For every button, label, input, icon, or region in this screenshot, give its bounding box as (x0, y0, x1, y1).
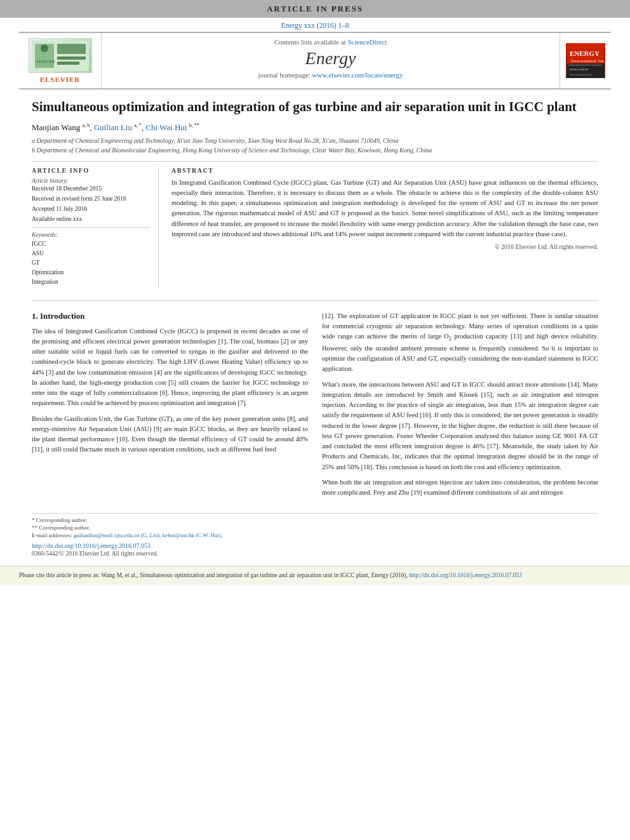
right-para-3: When both the air integration and nitrog… (322, 477, 598, 498)
doi-line: Energy xxx (2016) 1–8 (0, 18, 630, 32)
svg-text:ELSEVIER: ELSEVIER (37, 60, 55, 63)
keywords-label: Keywords: (32, 232, 151, 238)
intro-para-1: The idea of Integrated Gasification Comb… (32, 326, 308, 409)
keyword-gt: GT (32, 258, 151, 268)
svg-rect-2 (57, 44, 86, 54)
keyword-asu: ASU (32, 249, 151, 258)
abstract-copyright: © 2016 Elsevier Ltd. All rights reserved… (171, 243, 598, 250)
abstract-text: In Integrated Gasification Combined Cycl… (171, 178, 598, 240)
homepage-url[interactable]: www.elsevier.com/locate/energy (312, 71, 403, 79)
svg-text:PERGAMON: PERGAMON (570, 68, 589, 71)
footnotes-section: * Corresponding author. ** Corresponding… (32, 513, 598, 538)
footer-doi: http://dx.doi.org/10.1016/j.energy.2016.… (0, 540, 630, 559)
keyword-integration: Integration (32, 277, 151, 287)
svg-rect-4 (57, 62, 79, 65)
article-content: Simultaneous optimization and integratio… (0, 90, 630, 297)
banner-text: ARTICLE IN PRESS (267, 4, 363, 13)
energy-logo-image: ENERGY International Journal PERGAMON El… (566, 43, 605, 78)
article-title: Simultaneous optimization and integratio… (32, 98, 598, 116)
footnote-email: E-mail addresses: guilianliui@mail.xjtu.… (32, 532, 598, 538)
accepted-date: Accepted 11 July 2016 (32, 206, 151, 212)
affiliation-a: a Department of Chemical Engineering and… (32, 136, 598, 145)
right-para-1: [12]. The exploration of GT application … (322, 311, 598, 375)
doi-text: Energy xxx (2016) 1–8 (281, 22, 349, 29)
article-info-col: ARTICLE INFO Article history: Received 1… (32, 167, 159, 288)
article-in-press-banner: ARTICLE IN PRESS (0, 0, 630, 18)
available-date: Available online xxx (32, 216, 151, 222)
abstract-title: ABSTRACT (171, 167, 598, 174)
authors-line: Maojian Wang a, b, Guilian Liu a, *, Chi… (32, 122, 598, 132)
abstract-col: ABSTRACT In Integrated Gasification Comb… (171, 167, 598, 288)
email-label: E-mail addresses: (32, 532, 72, 538)
content-divider (32, 300, 598, 301)
right-body-col: [12]. The exploration of GT application … (322, 311, 598, 503)
body-content: 1. Introduction The idea of Integrated G… (0, 305, 630, 510)
intro-heading: 1. Introduction (32, 311, 308, 321)
two-col-body: 1. Introduction The idea of Integrated G… (32, 311, 598, 503)
svg-text:ENERGY: ENERGY (570, 50, 600, 57)
keyword-optimization: Optimization (32, 268, 151, 277)
authors-text: Maojian Wang a, b, Guilian Liu a, *, Chi… (32, 123, 199, 132)
right-para-2: What's more, the interactions between AS… (322, 380, 598, 472)
info-abstract-row: ARTICLE INFO Article history: Received 1… (32, 161, 598, 288)
citation-bar: Please cite this article in press as: Wa… (0, 566, 630, 584)
intro-para-2: Besides the Gasification Unit, the Gas T… (32, 414, 308, 455)
contents-text: Contents lists available at (274, 38, 346, 46)
svg-rect-11 (568, 65, 603, 65)
left-body-col: 1. Introduction The idea of Integrated G… (32, 311, 308, 503)
svg-rect-3 (57, 57, 86, 60)
article-info-title: ARTICLE INFO (32, 167, 151, 174)
citation-link[interactable]: http://dx.doi.org/10.1016/j.energy.2016.… (409, 572, 522, 578)
svg-point-5 (41, 44, 48, 52)
journal-name: Energy (114, 48, 547, 69)
homepage-text: journal homepage: (258, 71, 310, 79)
page-wrapper: ARTICLE IN PRESS Energy xxx (2016) 1–8 E… (0, 0, 630, 840)
author-link-2[interactable]: Chi Wai Hui (145, 123, 187, 132)
journal-info-center: Contents lists available at ScienceDirec… (102, 33, 560, 88)
elsevier-label: ELSEVIER (40, 76, 81, 83)
author-link-1[interactable]: Guilian Liu (94, 123, 132, 132)
keyword-igcc: IGCC (32, 239, 151, 249)
doi-link[interactable]: http://dx.doi.org/10.1016/j.energy.2016.… (32, 542, 598, 549)
footnote-1: * Corresponding author. (32, 517, 598, 523)
journal-header: ELSEVIER ELSEVIER Contents lists availab… (19, 32, 611, 90)
elsevier-logo-image: ELSEVIER (29, 38, 92, 73)
revised-date: Received in revised form 25 June 2016 (32, 196, 151, 202)
contents-line: Contents lists available at ScienceDirec… (114, 38, 547, 46)
homepage-line: journal homepage: www.elsevier.com/locat… (114, 71, 547, 79)
affiliation-b: b Department of Chemical and Biomolecula… (32, 145, 598, 155)
received-date: Received 18 December 2015 (32, 185, 151, 192)
affiliations: a Department of Chemical Engineering and… (32, 136, 598, 155)
email-addresses[interactable]: guilianliui@mail.xjtu.edu.cn (G. Liu), k… (74, 532, 222, 538)
elsevier-logo-box: ELSEVIER ELSEVIER (19, 33, 102, 88)
sciencedirect-link[interactable]: ScienceDirect (347, 38, 387, 46)
footnote-2: ** Corresponding author. (32, 524, 598, 531)
citation-text: Please cite this article in press as: Wa… (19, 571, 611, 580)
footer-copyright: 0360-5442/© 2016 Elsevier Ltd. All right… (32, 550, 598, 557)
keywords-section: Keywords: IGCC ASU GT Optimization Integ… (32, 227, 151, 288)
svg-text:Elsevier Science Ltd: Elsevier Science Ltd (570, 73, 592, 76)
energy-logo-box: ENERGY International Journal PERGAMON El… (560, 33, 611, 88)
history-label: Article history: (32, 178, 151, 184)
svg-text:International Journal: International Journal (571, 58, 604, 63)
